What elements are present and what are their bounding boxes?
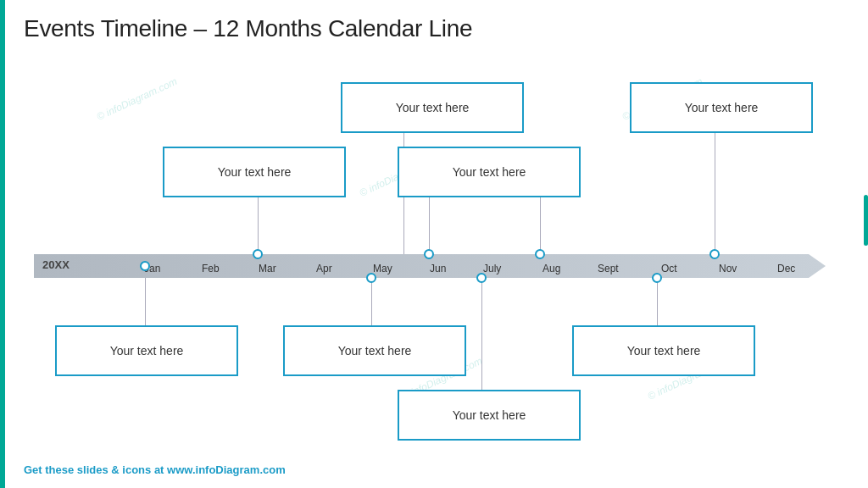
line-jan	[145, 278, 146, 325]
dot-nov	[709, 249, 720, 259]
box-jan-bot[interactable]: Your text here	[55, 325, 238, 376]
month-mar: Mar	[259, 263, 276, 274]
watermark-1: © infoDiagram.com	[95, 75, 179, 123]
month-feb: Feb	[202, 263, 220, 274]
accent-bar	[0, 0, 5, 488]
line-oct-bot	[657, 278, 658, 325]
timeline-track: 20XX Jan Feb Mar Apr May Jun July Aug Se…	[34, 254, 843, 278]
footer: Get these slides & icons at www.infoDiag…	[24, 463, 286, 476]
box-jun-top[interactable]: Your text here	[398, 147, 581, 197]
month-jun: Jun	[430, 263, 446, 274]
dot-jul	[476, 273, 487, 283]
month-nov: Nov	[719, 263, 737, 274]
footer-text: Get these slides & icons at www.	[24, 463, 196, 476]
dot-may	[366, 273, 376, 283]
month-sep: Sept	[598, 263, 619, 274]
month-jul: July	[483, 263, 501, 274]
footer-brand: infoDiagram	[196, 463, 260, 476]
dot-oct	[652, 273, 662, 283]
page: Events Timeline – 12 Months Calendar Lin…	[0, 0, 868, 488]
line-jul-bot	[481, 278, 482, 390]
dot-aug	[535, 249, 545, 259]
box-oct-bot[interactable]: Your text here	[572, 325, 755, 376]
scroll-hint[interactable]	[864, 195, 868, 246]
box-jul-bot[interactable]: Your text here	[398, 390, 581, 441]
year-label: 20XX	[42, 258, 70, 271]
dot-mar	[253, 249, 263, 259]
box-nov-top[interactable]: Your text here	[630, 82, 813, 133]
box-may-top[interactable]: Your text here	[341, 82, 524, 133]
month-apr: Apr	[316, 263, 332, 274]
box-mar-bot[interactable]: Your text here	[283, 325, 466, 376]
line-may-bot	[371, 278, 372, 325]
page-title: Events Timeline – 12 Months Calendar Lin…	[24, 15, 472, 42]
footer-suffix: .com	[259, 463, 285, 476]
month-may: May	[373, 263, 392, 274]
dot-jan	[140, 261, 150, 271]
month-oct: Oct	[661, 263, 677, 274]
dot-jun	[424, 249, 434, 259]
month-aug: Aug	[542, 263, 560, 274]
month-dec: Dec	[777, 263, 795, 274]
box-mar-top[interactable]: Your text here	[163, 147, 346, 197]
